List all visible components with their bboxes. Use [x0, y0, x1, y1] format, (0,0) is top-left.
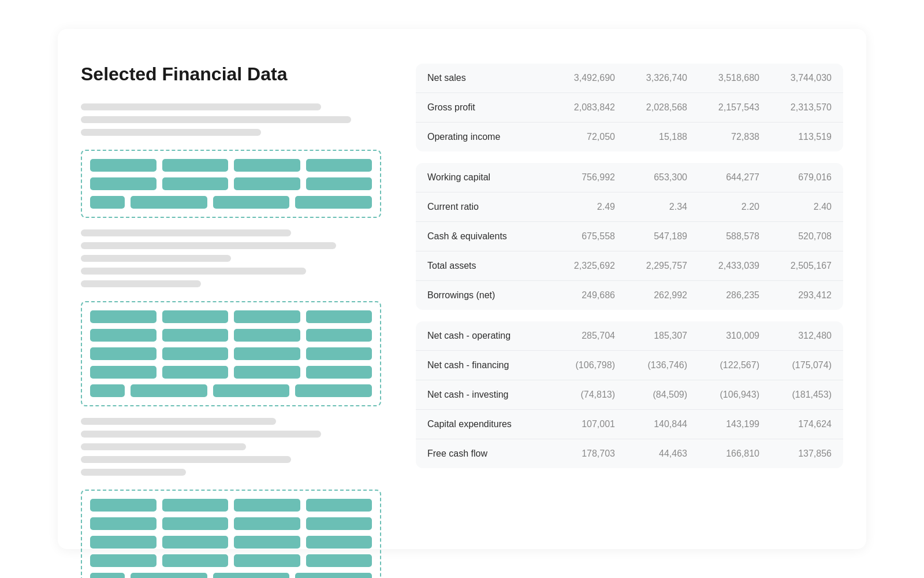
skeleton-cell [90, 517, 157, 530]
row-value: 679,016 [771, 163, 843, 192]
skeleton-row [90, 347, 372, 360]
row-value: 137,856 [771, 439, 843, 469]
skeleton-cell [90, 347, 157, 360]
income-table: Net sales3,492,6903,326,7403,518,6803,74… [416, 64, 843, 151]
skeleton-row [90, 196, 372, 209]
row-value: 174,624 [771, 410, 843, 439]
skeleton-table-2 [90, 310, 372, 397]
page-title: Selected Financial Data [81, 64, 381, 85]
skeleton-lines-3 [81, 418, 381, 476]
skeleton-cell [234, 177, 300, 190]
skeleton-row [90, 517, 372, 530]
table-row: Operating income72,05015,18872,838113,51… [416, 123, 843, 152]
skeleton-cell [90, 310, 157, 323]
row-label: Net cash - operating [416, 321, 554, 351]
row-value: 140,844 [627, 410, 699, 439]
row-label: Total assets [416, 251, 554, 281]
skeleton-cell [90, 384, 125, 397]
row-value: 2,028,568 [627, 93, 699, 123]
row-value: 2.34 [627, 192, 699, 222]
row-value: 72,838 [699, 123, 771, 152]
row-label: Gross profit [416, 93, 554, 123]
row-value: 185,307 [627, 321, 699, 351]
skeleton-line [81, 255, 231, 262]
skeleton-cell [295, 196, 372, 209]
skeleton-row [90, 536, 372, 549]
row-value: 2.20 [699, 192, 771, 222]
table-group-3 [81, 490, 381, 578]
row-value: 262,992 [627, 281, 699, 310]
skeleton-cell [162, 177, 229, 190]
skeleton-cell [90, 329, 157, 342]
skeleton-table-1 [90, 159, 372, 209]
skeleton-cell [131, 196, 207, 209]
table-row: Current ratio2.492.342.202.40 [416, 192, 843, 222]
row-value: (175,074) [771, 351, 843, 380]
row-value: (181,453) [771, 380, 843, 410]
row-value: 286,235 [699, 281, 771, 310]
skeleton-line [81, 456, 291, 463]
skeleton-cell [90, 159, 157, 172]
balance-table: Working capital756,992653,300644,277679,… [416, 163, 843, 310]
skeleton-section-2 [81, 229, 381, 406]
row-value: (122,567) [699, 351, 771, 380]
skeleton-cell [234, 347, 300, 360]
skeleton-cell [162, 554, 229, 567]
skeleton-cell [234, 536, 300, 549]
skeleton-section-1 [81, 103, 381, 218]
table-group-1 [81, 150, 381, 218]
skeleton-cell [306, 177, 372, 190]
skeleton-cell [162, 159, 229, 172]
row-label: Net cash - financing [416, 351, 554, 380]
row-label: Net cash - investing [416, 380, 554, 410]
skeleton-lines-1 [81, 103, 381, 136]
skeleton-cell [213, 196, 290, 209]
skeleton-cell [90, 196, 125, 209]
row-value: (74,813) [554, 380, 627, 410]
skeleton-row [90, 329, 372, 342]
row-label: Free cash flow [416, 439, 554, 469]
skeleton-cell [306, 517, 372, 530]
skeleton-cell [234, 499, 300, 512]
skeleton-line [81, 280, 201, 287]
row-value: 2.49 [554, 192, 627, 222]
skeleton-cell [90, 366, 157, 379]
row-value: 2,433,039 [699, 251, 771, 281]
skeleton-row [90, 573, 372, 578]
skeleton-cell [213, 573, 290, 578]
cashflow-card: Net cash - operating285,704185,307310,00… [416, 321, 843, 468]
table-row: Net cash - operating285,704185,307310,00… [416, 321, 843, 351]
skeleton-cell [162, 366, 229, 379]
table-row: Cash & equivalents675,558547,189588,5785… [416, 222, 843, 251]
row-value: 2.40 [771, 192, 843, 222]
skeleton-cell [306, 329, 372, 342]
skeleton-row [90, 384, 372, 397]
row-value: 44,463 [627, 439, 699, 469]
left-panel: Selected Financial Data [81, 64, 381, 578]
skeleton-row [90, 177, 372, 190]
table-group-2 [81, 301, 381, 406]
skeleton-cell [131, 384, 207, 397]
skeleton-cell [295, 573, 372, 578]
table-row: Net cash - investing(74,813)(84,509)(106… [416, 380, 843, 410]
row-label: Operating income [416, 123, 554, 152]
row-value: 143,199 [699, 410, 771, 439]
skeleton-cell [162, 499, 229, 512]
skeleton-cell [306, 347, 372, 360]
row-value: 72,050 [554, 123, 627, 152]
skeleton-cell [306, 366, 372, 379]
skeleton-row [90, 554, 372, 567]
row-value: (136,746) [627, 351, 699, 380]
table-row: Free cash flow178,70344,463166,810137,85… [416, 439, 843, 469]
skeleton-cell [234, 310, 300, 323]
row-value: 107,001 [554, 410, 627, 439]
row-value: 653,300 [627, 163, 699, 192]
skeleton-cell [306, 159, 372, 172]
row-value: 2,157,543 [699, 93, 771, 123]
table-row: Total assets2,325,6922,295,7572,433,0392… [416, 251, 843, 281]
table-row: Borrowings (net)249,686262,992286,235293… [416, 281, 843, 310]
skeleton-cell [306, 536, 372, 549]
row-value: 2,295,757 [627, 251, 699, 281]
skeleton-cell [162, 310, 229, 323]
table-row: Net cash - financing(106,798)(136,746)(1… [416, 351, 843, 380]
